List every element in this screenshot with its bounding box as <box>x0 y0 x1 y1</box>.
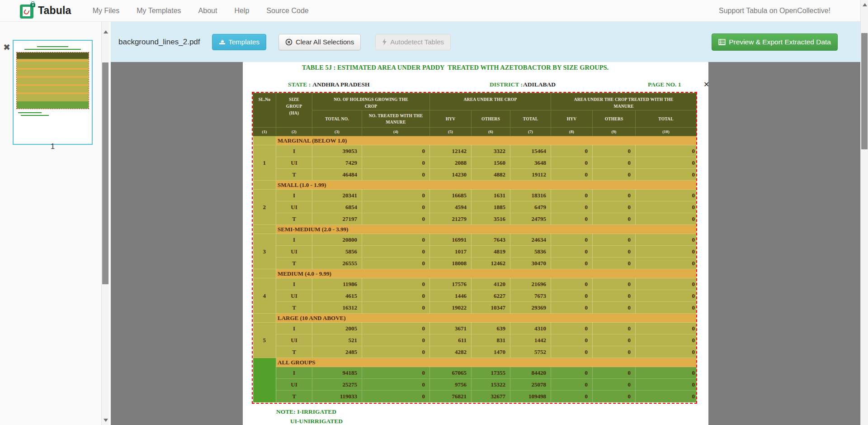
lightning-icon <box>382 38 387 45</box>
note-line-2: UI-UNIRRIGATED <box>290 418 343 425</box>
table-selection-box[interactable] <box>252 92 697 404</box>
district-label: DISTRICT : <box>490 81 523 88</box>
document-title: TABLE 5J : ESTIMATED AREA UNDER PADDY TR… <box>243 64 668 72</box>
pdf-page[interactable]: TABLE 5J : ESTIMATED AREA UNDER PADDY TR… <box>243 62 708 425</box>
clear-icon <box>285 38 292 46</box>
templates-icon <box>219 39 226 45</box>
main-scroll-thumb[interactable] <box>861 33 868 149</box>
tabula-logo-icon <box>20 3 34 19</box>
page-no-label: PAGE NO. 1 <box>648 81 681 88</box>
sidebar-scroll-thumb[interactable] <box>102 62 108 284</box>
pdf-filename: background_lines_2.pdf <box>118 38 200 47</box>
document-meta-row: STATE :ANDHRA PRADESH DISTRICT :ADILABAD… <box>243 81 708 90</box>
sidebar-scrollbar[interactable] <box>101 22 109 425</box>
preview-export-button[interactable]: Preview & Export Extracted Data <box>712 33 838 51</box>
nav-item-my-files[interactable]: My Files <box>84 0 128 22</box>
thumbnail-page-number: 1 <box>13 142 93 151</box>
support-link[interactable]: Support Tabula on OpenCollective! <box>719 7 830 15</box>
table-icon <box>718 39 726 45</box>
nav-item-about[interactable]: About <box>190 0 226 22</box>
templates-button[interactable]: Templates <box>212 34 266 50</box>
state-value: ANDHRA PRADESH <box>312 81 369 88</box>
main-scroll-up-icon[interactable] <box>863 3 867 6</box>
note-line-1: NOTE: I-IRRIGATED <box>276 408 336 415</box>
toolbar: background_lines_2.pdf Templates Clear A… <box>111 22 860 62</box>
nav-item-help[interactable]: Help <box>226 0 258 22</box>
tabula-app: Tabula My FilesMy TemplatesAboutHelpSour… <box>0 0 868 425</box>
brand-name: Tabula <box>38 5 71 17</box>
sidebar-scroll-up-icon[interactable] <box>104 30 108 33</box>
clear-all-selections-button[interactable]: Clear All Selections <box>278 34 361 50</box>
nav-item-source-code[interactable]: Source Code <box>258 0 317 22</box>
thumbnail-mini-table <box>17 53 89 109</box>
remove-selection-icon[interactable]: ✕ <box>703 81 709 88</box>
state-label: STATE : <box>288 81 311 88</box>
page-thumbnails-sidebar: ✖ 1 <box>0 22 111 425</box>
main-scrollbar[interactable] <box>860 0 868 425</box>
autodetect-tables-button[interactable]: Autodetect Tables <box>375 34 451 50</box>
delete-page-icon[interactable]: ✖ <box>3 42 10 52</box>
brand[interactable]: Tabula <box>20 3 71 19</box>
sidebar-scroll-down-icon[interactable] <box>104 419 108 422</box>
nav-item-my-templates[interactable]: My Templates <box>128 0 189 22</box>
navbar: Tabula My FilesMy TemplatesAboutHelpSour… <box>0 0 860 22</box>
page-thumbnail[interactable] <box>13 40 93 145</box>
district-value: ADILABAD <box>523 81 556 88</box>
nav-links: My FilesMy TemplatesAboutHelpSource Code <box>84 0 317 22</box>
pdf-viewer-area: TABLE 5J : ESTIMATED AREA UNDER PADDY TR… <box>111 62 860 425</box>
